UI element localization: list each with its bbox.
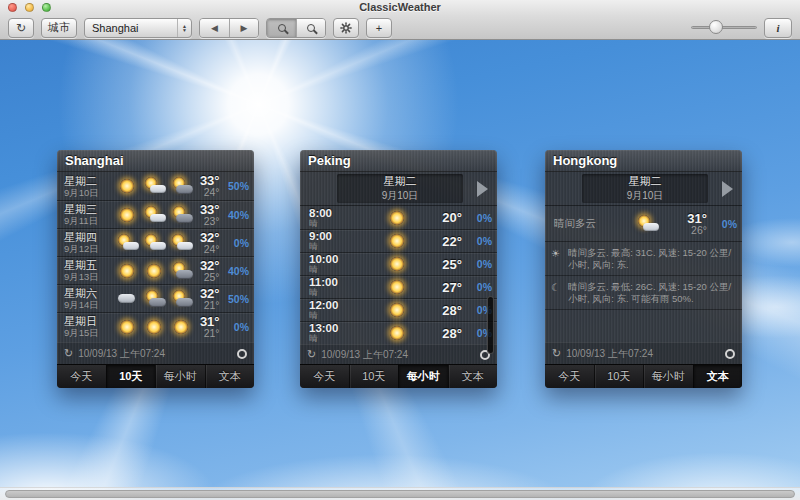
selected-day: 星期二 (629, 174, 662, 189)
tab-text[interactable]: 文本 (205, 365, 255, 388)
condition-label: 晴 (309, 265, 365, 274)
slider-thumb[interactable] (709, 20, 723, 34)
last-updated: 10/09/13 上午07:24 (566, 347, 720, 361)
tab-hourly[interactable]: 每小时 (643, 365, 693, 388)
weather-icon (169, 317, 194, 337)
forecast-row: 星期六9月14日 32°21° 50% (57, 284, 254, 312)
hour-temp: 28° (430, 326, 462, 341)
day-label: 星期五 (64, 259, 115, 271)
day-label: 星期日 (64, 315, 115, 327)
day-forecast-text: ☀ 晴间多云. 最高: 31C. 风速: 15-20 公里/小时, 风向: 东. (545, 242, 742, 276)
city-list-button[interactable]: 城市 (41, 18, 77, 38)
day-selector-bar: 星期二 9月10日 (300, 172, 497, 206)
day-selector[interactable]: 星期二 9月10日 (582, 174, 708, 203)
date-label: 9月13日 (64, 271, 115, 282)
info-button[interactable]: i (764, 18, 792, 38)
condition-label: 晴 (309, 288, 365, 297)
precip-chance: 50% (220, 293, 249, 305)
tab-hourly[interactable]: 每小时 (398, 365, 448, 388)
precip-chance: 0% (220, 237, 249, 249)
forecast-row: 星期三9月11日 33°23° 40% (57, 200, 254, 228)
date-label: 9月12日 (64, 243, 115, 254)
day-label: 星期四 (64, 231, 115, 243)
window-controls (8, 3, 51, 12)
nav-segmented-control: ◀ ▶ (199, 18, 259, 38)
weather-icon (635, 214, 660, 234)
close-button[interactable] (8, 3, 17, 12)
zoom-out-button[interactable] (267, 19, 296, 37)
back-button[interactable]: ◀ (200, 19, 229, 37)
weather-icon (385, 277, 410, 297)
title-bar: ClassicWeather ↻ 城市 Shanghai ▲ ▼ ◀ (0, 0, 800, 40)
weather-panel-peking[interactable]: Peking 星期二 9月10日 8:00晴 20° 0% 9:00晴 (300, 150, 497, 388)
weather-icon (169, 289, 194, 309)
window-title: ClassicWeather (0, 0, 800, 15)
refresh-icon[interactable]: ↻ (64, 347, 73, 360)
weather-icon (385, 208, 410, 228)
refresh-icon[interactable]: ↻ (307, 348, 316, 361)
panel-title: Hongkong (545, 150, 742, 172)
weather-panel-hongkong[interactable]: Hongkong 星期二 9月10日 晴间多云 31°26° 0% ☀ (545, 150, 742, 388)
weather-icon (169, 205, 194, 225)
forecast-text: 晴间多云. 最低: 26C. 风速: 15-20 公里/小时, 风向: 东. 可… (568, 281, 735, 305)
tab-tenday[interactable]: 10天 (106, 365, 156, 388)
night-forecast-text: ☾ 晴间多云. 最低: 26C. 风速: 15-20 公里/小时, 风向: 东.… (545, 276, 742, 310)
refresh-icon[interactable]: ↻ (552, 347, 561, 360)
high-temp: 32° (194, 231, 220, 244)
last-updated: 10/09/13 上午07:24 (78, 347, 232, 361)
view-tabs: 今天 10天 每小时 文本 (545, 364, 742, 388)
high-temp: 31° (194, 315, 220, 328)
scale-slider[interactable] (691, 20, 757, 35)
city-select[interactable]: Shanghai ▲ ▼ (84, 18, 192, 38)
horizontal-scrollbar-thumb[interactable] (5, 490, 795, 498)
tab-tenday[interactable]: 10天 (349, 365, 399, 388)
date-label: 9月14日 (64, 299, 115, 310)
next-day-arrow-icon[interactable] (722, 181, 733, 197)
forward-button[interactable]: ▶ (229, 19, 258, 37)
plus-icon: + (376, 22, 382, 34)
refresh-icon: ↻ (16, 21, 26, 35)
weather-icon (142, 233, 167, 253)
minimize-button[interactable] (25, 3, 34, 12)
precip-chance: 50% (220, 180, 249, 192)
location-indicator-icon[interactable] (237, 349, 247, 359)
tab-text[interactable]: 文本 (693, 365, 743, 388)
selected-date: 9月10日 (382, 189, 419, 203)
zoom-in-button[interactable] (296, 19, 325, 37)
hour-label: 8:00 (309, 208, 365, 219)
view-tabs: 今天 10天 每小时 文本 (57, 364, 254, 388)
horizontal-scrollbar[interactable] (0, 487, 800, 500)
hourly-row: 9:00晴 22° 0% (300, 229, 497, 252)
weather-icon (115, 233, 140, 253)
weather-panel-shanghai[interactable]: Shanghai 星期二9月10日 33°24° 50% 星期三9月11日 33… (57, 150, 254, 388)
tab-today[interactable]: 今天 (57, 365, 106, 388)
refresh-button[interactable]: ↻ (8, 18, 34, 38)
view-tabs: 今天 10天 每小时 文本 (300, 364, 497, 388)
tab-today[interactable]: 今天 (545, 365, 594, 388)
forecast-row: 星期日9月15日 31°21° 0% (57, 312, 254, 340)
weather-icon (169, 176, 194, 196)
zoom-window-button[interactable] (42, 3, 51, 12)
tab-hourly[interactable]: 每小时 (155, 365, 205, 388)
weather-icon (385, 254, 410, 274)
next-day-arrow-icon[interactable] (477, 181, 488, 197)
zoom-segmented-control (266, 18, 326, 38)
toolbar: ↻ 城市 Shanghai ▲ ▼ ◀ ▶ (0, 15, 800, 40)
tab-today[interactable]: 今天 (300, 365, 349, 388)
tab-tenday[interactable]: 10天 (594, 365, 644, 388)
weather-icon (115, 205, 140, 225)
tab-text[interactable]: 文本 (448, 365, 498, 388)
day-selector[interactable]: 星期二 9月10日 (337, 174, 463, 203)
add-city-button[interactable]: + (366, 18, 392, 38)
panel-title: Shanghai (57, 150, 254, 172)
location-indicator-icon[interactable] (725, 349, 735, 359)
current-conditions-row: 晴间多云 31°26° 0% (545, 206, 742, 242)
gear-icon (340, 22, 352, 34)
hour-temp: 20° (430, 210, 462, 225)
city-list-label: 城市 (48, 20, 70, 35)
moon-icon: ☾ (551, 281, 563, 305)
vertical-scrollbar[interactable] (487, 296, 494, 354)
settings-button[interactable] (333, 18, 359, 38)
condition-label: 晴 (309, 311, 365, 320)
forecast-row: 星期五9月13日 32°25° 40% (57, 256, 254, 284)
